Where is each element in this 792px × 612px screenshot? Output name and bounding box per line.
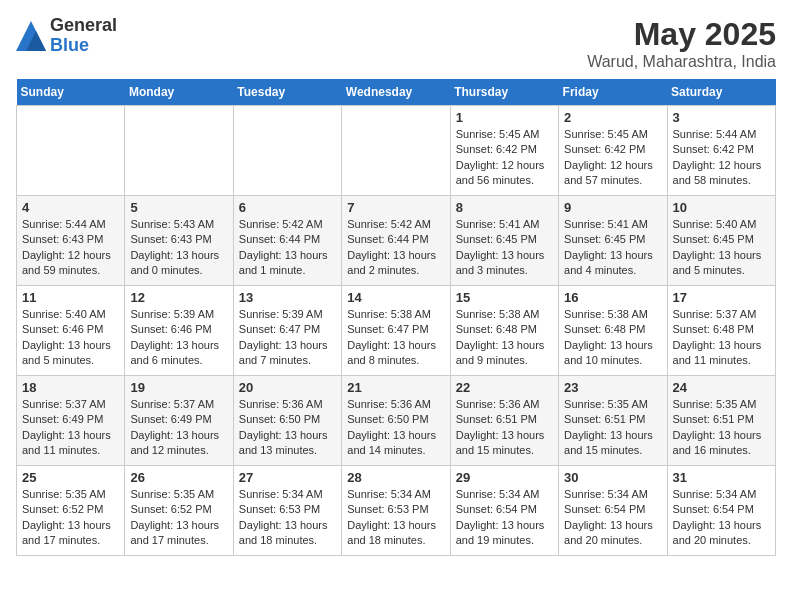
calendar-cell: 19Sunrise: 5:37 AMSunset: 6:49 PMDayligh… bbox=[125, 376, 233, 466]
calendar-cell: 1Sunrise: 5:45 AMSunset: 6:42 PMDaylight… bbox=[450, 106, 558, 196]
header-tuesday: Tuesday bbox=[233, 79, 341, 106]
calendar-subtitle: Warud, Maharashtra, India bbox=[587, 53, 776, 71]
calendar-week-5: 25Sunrise: 5:35 AMSunset: 6:52 PMDayligh… bbox=[17, 466, 776, 556]
day-info: Sunrise: 5:44 AMSunset: 6:42 PMDaylight:… bbox=[673, 127, 770, 189]
day-number: 16 bbox=[564, 290, 661, 305]
day-number: 18 bbox=[22, 380, 119, 395]
day-number: 7 bbox=[347, 200, 444, 215]
day-info: Sunrise: 5:35 AMSunset: 6:51 PMDaylight:… bbox=[564, 397, 661, 459]
calendar-cell: 22Sunrise: 5:36 AMSunset: 6:51 PMDayligh… bbox=[450, 376, 558, 466]
day-info: Sunrise: 5:35 AMSunset: 6:52 PMDaylight:… bbox=[130, 487, 227, 549]
header-thursday: Thursday bbox=[450, 79, 558, 106]
calendar-cell: 5Sunrise: 5:43 AMSunset: 6:43 PMDaylight… bbox=[125, 196, 233, 286]
header-saturday: Saturday bbox=[667, 79, 775, 106]
logo-blue: Blue bbox=[50, 36, 117, 56]
day-info: Sunrise: 5:38 AMSunset: 6:48 PMDaylight:… bbox=[456, 307, 553, 369]
day-info: Sunrise: 5:34 AMSunset: 6:53 PMDaylight:… bbox=[239, 487, 336, 549]
day-info: Sunrise: 5:44 AMSunset: 6:43 PMDaylight:… bbox=[22, 217, 119, 279]
day-number: 5 bbox=[130, 200, 227, 215]
calendar-cell: 11Sunrise: 5:40 AMSunset: 6:46 PMDayligh… bbox=[17, 286, 125, 376]
day-info: Sunrise: 5:34 AMSunset: 6:53 PMDaylight:… bbox=[347, 487, 444, 549]
day-info: Sunrise: 5:45 AMSunset: 6:42 PMDaylight:… bbox=[456, 127, 553, 189]
day-number: 28 bbox=[347, 470, 444, 485]
day-number: 3 bbox=[673, 110, 770, 125]
calendar-cell: 14Sunrise: 5:38 AMSunset: 6:47 PMDayligh… bbox=[342, 286, 450, 376]
calendar-cell bbox=[125, 106, 233, 196]
day-number: 10 bbox=[673, 200, 770, 215]
day-number: 30 bbox=[564, 470, 661, 485]
calendar-cell: 10Sunrise: 5:40 AMSunset: 6:45 PMDayligh… bbox=[667, 196, 775, 286]
header-row: Sunday Monday Tuesday Wednesday Thursday… bbox=[17, 79, 776, 106]
calendar-cell: 15Sunrise: 5:38 AMSunset: 6:48 PMDayligh… bbox=[450, 286, 558, 376]
day-info: Sunrise: 5:43 AMSunset: 6:43 PMDaylight:… bbox=[130, 217, 227, 279]
day-info: Sunrise: 5:39 AMSunset: 6:47 PMDaylight:… bbox=[239, 307, 336, 369]
calendar-cell: 9Sunrise: 5:41 AMSunset: 6:45 PMDaylight… bbox=[559, 196, 667, 286]
calendar-cell: 21Sunrise: 5:36 AMSunset: 6:50 PMDayligh… bbox=[342, 376, 450, 466]
day-info: Sunrise: 5:36 AMSunset: 6:51 PMDaylight:… bbox=[456, 397, 553, 459]
calendar-header: Sunday Monday Tuesday Wednesday Thursday… bbox=[17, 79, 776, 106]
header-sunday: Sunday bbox=[17, 79, 125, 106]
calendar-cell: 6Sunrise: 5:42 AMSunset: 6:44 PMDaylight… bbox=[233, 196, 341, 286]
day-number: 13 bbox=[239, 290, 336, 305]
title-area: May 2025 Warud, Maharashtra, India bbox=[587, 16, 776, 71]
day-number: 24 bbox=[673, 380, 770, 395]
day-number: 19 bbox=[130, 380, 227, 395]
day-number: 11 bbox=[22, 290, 119, 305]
day-info: Sunrise: 5:37 AMSunset: 6:48 PMDaylight:… bbox=[673, 307, 770, 369]
calendar-title: May 2025 bbox=[587, 16, 776, 53]
day-info: Sunrise: 5:38 AMSunset: 6:47 PMDaylight:… bbox=[347, 307, 444, 369]
calendar-cell: 28Sunrise: 5:34 AMSunset: 6:53 PMDayligh… bbox=[342, 466, 450, 556]
day-number: 4 bbox=[22, 200, 119, 215]
calendar-cell: 13Sunrise: 5:39 AMSunset: 6:47 PMDayligh… bbox=[233, 286, 341, 376]
day-info: Sunrise: 5:36 AMSunset: 6:50 PMDaylight:… bbox=[239, 397, 336, 459]
header-wednesday: Wednesday bbox=[342, 79, 450, 106]
day-info: Sunrise: 5:34 AMSunset: 6:54 PMDaylight:… bbox=[456, 487, 553, 549]
calendar-cell: 18Sunrise: 5:37 AMSunset: 6:49 PMDayligh… bbox=[17, 376, 125, 466]
day-info: Sunrise: 5:41 AMSunset: 6:45 PMDaylight:… bbox=[564, 217, 661, 279]
day-info: Sunrise: 5:34 AMSunset: 6:54 PMDaylight:… bbox=[564, 487, 661, 549]
day-info: Sunrise: 5:39 AMSunset: 6:46 PMDaylight:… bbox=[130, 307, 227, 369]
logo-general: General bbox=[50, 16, 117, 36]
calendar-cell: 2Sunrise: 5:45 AMSunset: 6:42 PMDaylight… bbox=[559, 106, 667, 196]
logo-icon bbox=[16, 21, 46, 51]
day-number: 20 bbox=[239, 380, 336, 395]
calendar-cell: 23Sunrise: 5:35 AMSunset: 6:51 PMDayligh… bbox=[559, 376, 667, 466]
day-number: 27 bbox=[239, 470, 336, 485]
calendar-cell: 8Sunrise: 5:41 AMSunset: 6:45 PMDaylight… bbox=[450, 196, 558, 286]
day-info: Sunrise: 5:35 AMSunset: 6:51 PMDaylight:… bbox=[673, 397, 770, 459]
calendar-cell bbox=[233, 106, 341, 196]
header-monday: Monday bbox=[125, 79, 233, 106]
day-number: 22 bbox=[456, 380, 553, 395]
calendar-cell bbox=[17, 106, 125, 196]
day-number: 6 bbox=[239, 200, 336, 215]
day-info: Sunrise: 5:42 AMSunset: 6:44 PMDaylight:… bbox=[347, 217, 444, 279]
day-info: Sunrise: 5:38 AMSunset: 6:48 PMDaylight:… bbox=[564, 307, 661, 369]
day-info: Sunrise: 5:42 AMSunset: 6:44 PMDaylight:… bbox=[239, 217, 336, 279]
day-number: 23 bbox=[564, 380, 661, 395]
header: General Blue May 2025 Warud, Maharashtra… bbox=[16, 16, 776, 71]
calendar-cell: 17Sunrise: 5:37 AMSunset: 6:48 PMDayligh… bbox=[667, 286, 775, 376]
calendar-week-3: 11Sunrise: 5:40 AMSunset: 6:46 PMDayligh… bbox=[17, 286, 776, 376]
day-number: 2 bbox=[564, 110, 661, 125]
day-number: 29 bbox=[456, 470, 553, 485]
calendar-week-1: 1Sunrise: 5:45 AMSunset: 6:42 PMDaylight… bbox=[17, 106, 776, 196]
day-number: 31 bbox=[673, 470, 770, 485]
day-number: 15 bbox=[456, 290, 553, 305]
day-number: 26 bbox=[130, 470, 227, 485]
calendar-cell: 3Sunrise: 5:44 AMSunset: 6:42 PMDaylight… bbox=[667, 106, 775, 196]
day-info: Sunrise: 5:45 AMSunset: 6:42 PMDaylight:… bbox=[564, 127, 661, 189]
day-info: Sunrise: 5:40 AMSunset: 6:45 PMDaylight:… bbox=[673, 217, 770, 279]
calendar-cell: 30Sunrise: 5:34 AMSunset: 6:54 PMDayligh… bbox=[559, 466, 667, 556]
calendar-body: 1Sunrise: 5:45 AMSunset: 6:42 PMDaylight… bbox=[17, 106, 776, 556]
calendar-cell: 12Sunrise: 5:39 AMSunset: 6:46 PMDayligh… bbox=[125, 286, 233, 376]
calendar-cell: 31Sunrise: 5:34 AMSunset: 6:54 PMDayligh… bbox=[667, 466, 775, 556]
calendar-cell bbox=[342, 106, 450, 196]
day-info: Sunrise: 5:40 AMSunset: 6:46 PMDaylight:… bbox=[22, 307, 119, 369]
calendar-cell: 20Sunrise: 5:36 AMSunset: 6:50 PMDayligh… bbox=[233, 376, 341, 466]
day-info: Sunrise: 5:35 AMSunset: 6:52 PMDaylight:… bbox=[22, 487, 119, 549]
header-friday: Friday bbox=[559, 79, 667, 106]
day-info: Sunrise: 5:41 AMSunset: 6:45 PMDaylight:… bbox=[456, 217, 553, 279]
calendar-week-4: 18Sunrise: 5:37 AMSunset: 6:49 PMDayligh… bbox=[17, 376, 776, 466]
calendar-table: Sunday Monday Tuesday Wednesday Thursday… bbox=[16, 79, 776, 556]
calendar-week-2: 4Sunrise: 5:44 AMSunset: 6:43 PMDaylight… bbox=[17, 196, 776, 286]
